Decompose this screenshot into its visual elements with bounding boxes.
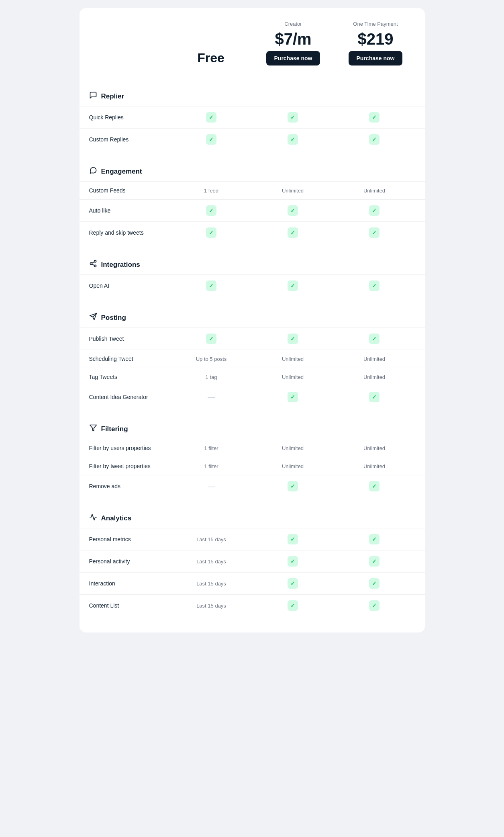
feature-value-creator: ✓ bbox=[252, 280, 334, 291]
one-time-purchase-button[interactable]: Purchase now bbox=[349, 51, 403, 65]
feature-value-free: Last 15 days bbox=[171, 559, 252, 565]
check-badge: ✓ bbox=[369, 578, 380, 589]
feature-row: Custom Replies ✓ ✓ ✓ bbox=[80, 128, 425, 150]
svg-marker-7 bbox=[90, 425, 96, 431]
svg-line-3 bbox=[92, 264, 94, 265]
integrations-icon bbox=[89, 260, 97, 270]
feature-row: Remove ads — ✓ ✓ bbox=[80, 475, 425, 497]
feature-value-free: — bbox=[171, 481, 252, 491]
posting-icon bbox=[89, 313, 97, 323]
check-badge: ✓ bbox=[369, 280, 380, 291]
feature-row: Content Idea Generator — ✓ ✓ bbox=[80, 386, 425, 408]
check-badge: ✓ bbox=[288, 134, 298, 145]
chat-icon bbox=[89, 91, 97, 101]
feature-row: Custom Feeds 1 feed Unlimited Unlimited bbox=[80, 181, 425, 199]
feature-value-text: Unlimited bbox=[363, 374, 385, 380]
feature-value-text: Unlimited bbox=[363, 188, 385, 194]
feature-value-text: 1 feed bbox=[204, 188, 218, 194]
sections-container: Replier Quick Replies ✓ ✓ ✓ Custom Repli… bbox=[80, 75, 425, 616]
feature-value-creator: ✓ bbox=[252, 205, 334, 216]
creator-plan-header: Creator $7/m Purchase now bbox=[254, 21, 333, 65]
check-badge: ✓ bbox=[369, 392, 380, 402]
section-header-analytics: Analytics bbox=[80, 503, 425, 528]
section-header-filtering: Filtering bbox=[80, 414, 425, 439]
feature-value-one-time: ✓ bbox=[334, 556, 415, 567]
feature-row: Interaction Last 15 days ✓ ✓ bbox=[80, 572, 425, 594]
check-badge: ✓ bbox=[288, 392, 298, 402]
feature-value-one-time: ✓ bbox=[334, 227, 415, 238]
feature-value-creator: Unlimited bbox=[252, 188, 334, 194]
check-badge: ✓ bbox=[369, 600, 380, 611]
feature-value-one-time: ✓ bbox=[334, 578, 415, 589]
feature-value-text: Last 15 days bbox=[196, 559, 226, 565]
engagement-icon bbox=[89, 166, 97, 176]
feature-value-free: 1 filter bbox=[171, 463, 252, 469]
feature-value-creator: ✓ bbox=[252, 134, 334, 145]
feature-value-free: 1 feed bbox=[171, 188, 252, 194]
feature-value-creator: Unlimited bbox=[252, 463, 334, 469]
dash-badge: — bbox=[206, 481, 216, 491]
section-label-replier: Replier bbox=[101, 92, 124, 100]
check-badge: ✓ bbox=[369, 481, 380, 491]
feature-row: Scheduling Tweet Up to 5 posts Unlimited… bbox=[80, 350, 425, 368]
feature-value-text: Unlimited bbox=[363, 356, 385, 362]
section-label-analytics: Analytics bbox=[101, 514, 132, 522]
feature-row: Tag Tweets 1 tag Unlimited Unlimited bbox=[80, 368, 425, 386]
feature-value-one-time: ✓ bbox=[334, 112, 415, 123]
feature-value-one-time: Unlimited bbox=[334, 356, 415, 362]
feature-value-one-time: ✓ bbox=[334, 205, 415, 216]
check-badge: ✓ bbox=[369, 112, 380, 123]
check-badge: ✓ bbox=[206, 227, 216, 238]
feature-value-free: 1 filter bbox=[171, 445, 252, 451]
feature-row: Personal metrics Last 15 days ✓ ✓ bbox=[80, 528, 425, 550]
one-time-plan-label: One Time Payment bbox=[353, 21, 398, 27]
creator-purchase-button[interactable]: Purchase now bbox=[266, 51, 320, 65]
feature-name: Scheduling Tweet bbox=[89, 356, 171, 362]
feature-name: Auto like bbox=[89, 207, 171, 214]
feature-name: Content Idea Generator bbox=[89, 394, 171, 400]
feature-name: Personal metrics bbox=[89, 536, 171, 542]
feature-value-creator: ✓ bbox=[252, 481, 334, 491]
feature-row: Personal activity Last 15 days ✓ ✓ bbox=[80, 550, 425, 572]
feature-row: Content List Last 15 days ✓ ✓ bbox=[80, 594, 425, 616]
check-badge: ✓ bbox=[206, 205, 216, 216]
feature-value-creator: Unlimited bbox=[252, 445, 334, 451]
feature-name: Publish Tweet bbox=[89, 336, 171, 342]
check-badge: ✓ bbox=[288, 600, 298, 611]
feature-row: Auto like ✓ ✓ ✓ bbox=[80, 199, 425, 221]
section-label-posting: Posting bbox=[101, 314, 126, 322]
feature-value-free: — bbox=[171, 392, 252, 402]
check-badge: ✓ bbox=[288, 205, 298, 216]
feature-name: Open AI bbox=[89, 282, 171, 289]
feature-name: Remove ads bbox=[89, 483, 171, 489]
one-time-plan-header: One Time Payment $219 Purchase now bbox=[336, 21, 415, 65]
feature-row: Filter by users properties 1 filter Unli… bbox=[80, 439, 425, 457]
check-badge: ✓ bbox=[369, 534, 380, 544]
filter-icon bbox=[89, 424, 97, 434]
feature-value-free: ✓ bbox=[171, 205, 252, 216]
analytics-icon bbox=[89, 513, 97, 523]
feature-value-free: Up to 5 posts bbox=[171, 356, 252, 362]
svg-line-4 bbox=[92, 262, 94, 263]
feature-name: Quick Replies bbox=[89, 114, 171, 121]
feature-value-one-time: Unlimited bbox=[334, 188, 415, 194]
feature-value-creator: ✓ bbox=[252, 334, 334, 344]
feature-value-free: Last 15 days bbox=[171, 536, 252, 542]
feature-value-creator: ✓ bbox=[252, 392, 334, 402]
check-badge: ✓ bbox=[288, 280, 298, 291]
check-badge: ✓ bbox=[288, 481, 298, 491]
feature-value-one-time: ✓ bbox=[334, 392, 415, 402]
feature-value-text: Unlimited bbox=[363, 463, 385, 469]
feature-value-one-time: Unlimited bbox=[334, 445, 415, 451]
section-header-replier: Replier bbox=[80, 82, 425, 106]
feature-row: Reply and skip tweets ✓ ✓ ✓ bbox=[80, 221, 425, 244]
feature-value-free: ✓ bbox=[171, 280, 252, 291]
feature-name: Content List bbox=[89, 602, 171, 609]
feature-value-text: Unlimited bbox=[363, 445, 385, 451]
feature-name: Interaction bbox=[89, 580, 171, 587]
feature-value-text: Unlimited bbox=[282, 356, 304, 362]
feature-value-one-time: Unlimited bbox=[334, 374, 415, 380]
pricing-header: Free Creator $7/m Purchase now One Time … bbox=[80, 8, 425, 75]
feature-value-free: ✓ bbox=[171, 227, 252, 238]
feature-value-text: Unlimited bbox=[282, 374, 304, 380]
